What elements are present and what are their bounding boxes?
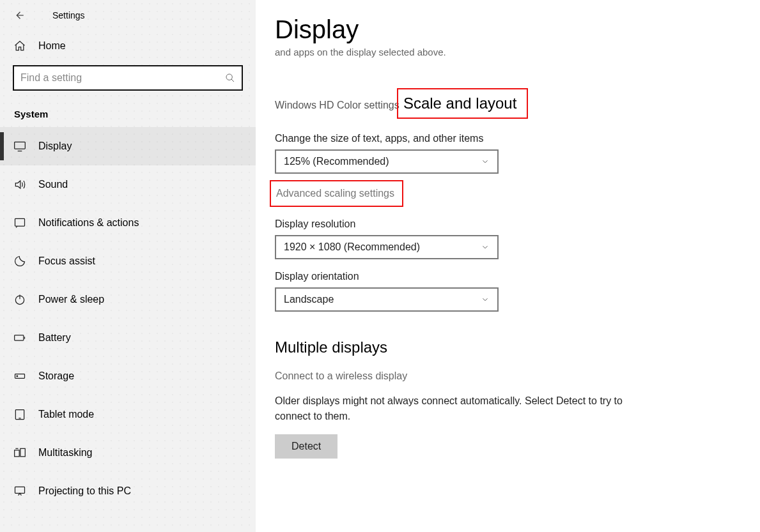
back-button[interactable] (12, 8, 27, 23)
resolution-value: 1920 × 1080 (Recommended) (284, 241, 420, 253)
nav-item-multitasking[interactable]: Multitasking (0, 434, 256, 472)
svg-rect-10 (15, 487, 25, 493)
category-header: System (0, 91, 256, 127)
app-title: Settings (52, 10, 85, 20)
resolution-dropdown[interactable]: 1920 × 1080 (Recommended) (275, 235, 499, 259)
wireless-display-link[interactable]: Connect to a wireless display (275, 370, 407, 382)
text-size-value: 125% (Recommended) (284, 156, 389, 167)
multiple-displays-heading: Multiple displays (275, 338, 741, 356)
svg-rect-8 (15, 450, 20, 457)
svg-point-0 (226, 74, 232, 80)
storage-icon (13, 369, 27, 383)
multitasking-icon (13, 446, 27, 460)
back-arrow-icon (13, 10, 25, 21)
nav-item-storage[interactable]: Storage (0, 357, 256, 395)
nav-item-label: Projecting to this PC (38, 485, 131, 497)
detect-button[interactable]: Detect (275, 434, 337, 459)
nav-home-label: Home (38, 40, 66, 52)
focus-icon (13, 254, 27, 268)
sound-icon (13, 178, 27, 192)
nav-item-label: Storage (38, 370, 74, 382)
nav-item-label: Display (38, 141, 72, 152)
svg-rect-2 (15, 218, 25, 226)
home-icon (13, 40, 27, 52)
sidebar: Settings Home System Display Sound (0, 0, 256, 532)
nav-item-battery[interactable]: Battery (0, 319, 256, 357)
resolution-label: Display resolution (275, 218, 741, 230)
nav-item-sound[interactable]: Sound (0, 165, 256, 204)
nav-item-label: Power & sleep (38, 294, 104, 305)
search-box[interactable] (13, 65, 243, 91)
header-row: Settings (0, 0, 256, 31)
page-title: Display (275, 15, 741, 44)
orientation-dropdown[interactable]: Landscape (275, 287, 499, 312)
nav-item-label: Notifications & actions (38, 217, 139, 229)
nav-list: Display Sound Notifications & actions Fo… (0, 127, 256, 510)
nav-item-label: Focus assist (38, 255, 95, 267)
svg-rect-9 (20, 448, 26, 457)
nav-item-display[interactable]: Display (0, 127, 256, 165)
nav-item-projecting[interactable]: Projecting to this PC (0, 472, 256, 510)
nav-item-label: Multitasking (38, 447, 92, 459)
notifications-icon (13, 216, 27, 230)
text-size-dropdown[interactable]: 125% (Recommended) (275, 149, 499, 174)
orientation-value: Landscape (284, 294, 334, 305)
nav-item-notifications[interactable]: Notifications & actions (0, 204, 256, 242)
chevron-down-icon (481, 243, 490, 252)
nav-item-label: Battery (38, 332, 71, 344)
display-icon (13, 139, 27, 153)
main-content: Display and apps on the display selected… (256, 0, 760, 532)
search-icon (225, 73, 235, 83)
chevron-down-icon (481, 157, 490, 166)
power-icon (13, 293, 27, 307)
nav-item-label: Tablet mode (38, 409, 94, 420)
nav-item-tablet[interactable]: Tablet mode (0, 395, 256, 434)
orientation-label: Display orientation (275, 271, 741, 282)
search-input[interactable] (20, 72, 225, 84)
chevron-down-icon (481, 295, 490, 304)
highlight-scale-heading: Scale and layout (397, 88, 528, 119)
projecting-icon (13, 484, 27, 498)
highlight-advanced-scaling: Advanced scaling settings (270, 180, 403, 207)
nav-item-label: Sound (38, 179, 68, 190)
battery-icon (13, 331, 27, 345)
truncated-description: and apps on the display selected above. (275, 47, 741, 57)
scale-layout-heading: Scale and layout (403, 95, 516, 112)
svg-point-6 (17, 376, 18, 377)
svg-rect-4 (15, 335, 24, 340)
tablet-icon (13, 407, 27, 422)
older-displays-text: Older displays might not always connect … (275, 393, 633, 424)
nav-item-focus[interactable]: Focus assist (0, 242, 256, 280)
nav-item-power[interactable]: Power & sleep (0, 280, 256, 319)
hd-color-link[interactable]: Windows HD Color settings (275, 100, 399, 111)
nav-home[interactable]: Home (0, 31, 256, 61)
advanced-scaling-link[interactable]: Advanced scaling settings (276, 188, 394, 199)
svg-rect-1 (15, 142, 26, 149)
text-size-label: Change the size of text, apps, and other… (275, 133, 741, 144)
search-wrap (13, 65, 243, 91)
